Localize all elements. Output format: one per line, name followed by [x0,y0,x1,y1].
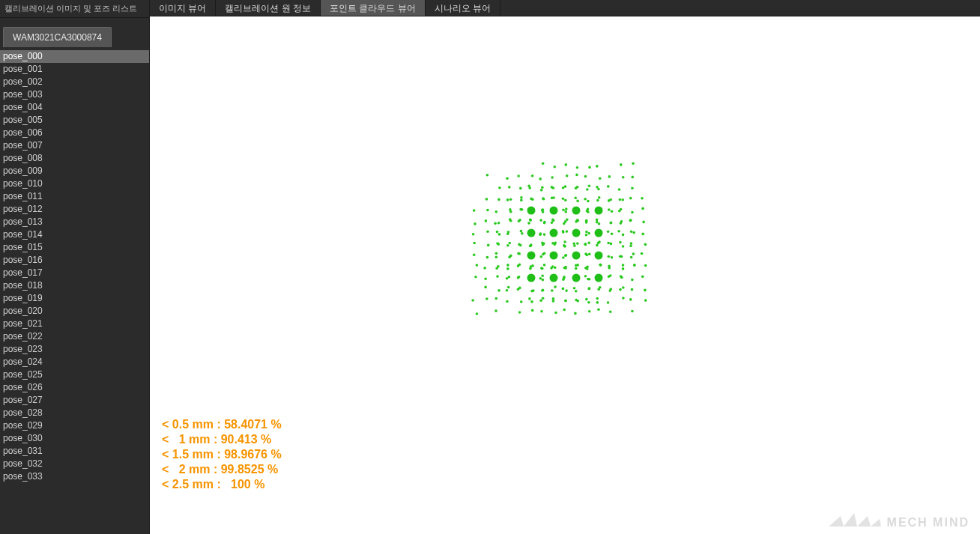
svg-point-296 [563,276,566,279]
svg-point-196 [584,243,587,246]
list-item[interactable]: pose_004 [0,101,149,114]
list-item[interactable]: pose_011 [0,190,149,203]
svg-point-82 [562,209,565,212]
svg-point-274 [622,264,625,267]
tab[interactable]: 포인트 클라우드 뷰어 [321,0,426,16]
camera-tab[interactable]: WAM3021CA3000874 [3,27,112,47]
list-item[interactable]: pose_020 [0,305,149,318]
svg-point-158 [585,234,588,237]
svg-point-19 [622,176,625,179]
svg-point-97 [631,211,634,214]
svg-point-17 [599,177,602,180]
tab[interactable]: 이미지 뷰어 [150,0,216,16]
svg-point-281 [496,275,499,278]
svg-point-295 [562,278,565,281]
list-item[interactable]: pose_007 [0,139,149,152]
svg-point-73 [521,208,524,211]
svg-point-189 [563,245,566,248]
svg-point-224 [562,256,565,259]
svg-point-126 [598,222,601,225]
accuracy-stats: < 0.5 mm : 58.4071 % < 1 mm : 90.413 % <… [162,417,282,492]
list-item[interactable]: pose_014 [0,228,149,241]
svg-point-54 [562,198,565,201]
svg-point-55 [574,197,577,200]
svg-point-89 [587,208,590,211]
list-item[interactable]: pose_019 [0,292,149,305]
list-item[interactable]: pose_001 [0,63,149,76]
svg-point-3 [576,166,579,169]
list-item[interactable]: pose_025 [0,368,149,381]
svg-point-136 [486,230,489,233]
svg-point-148 [543,233,546,236]
svg-point-102 [497,222,500,225]
svg-point-21 [498,186,501,189]
svg-point-35 [588,185,591,188]
list-item[interactable]: pose_016 [0,254,149,267]
svg-point-71 [509,208,512,211]
svg-point-244 [483,267,486,270]
list-item[interactable]: pose_000 [0,50,149,63]
list-item[interactable]: pose_005 [0,114,149,127]
svg-point-368 [588,310,591,313]
list-item[interactable]: pose_021 [0,318,149,330]
svg-point-384 [527,274,536,282]
list-item[interactable]: pose_008 [0,152,149,165]
svg-point-366 [563,309,566,312]
svg-point-41 [486,198,489,201]
svg-marker-389 [844,513,857,527]
pointcloud-canvas[interactable] [468,158,662,330]
svg-point-358 [629,298,632,301]
svg-point-362 [518,311,521,314]
svg-point-18 [608,175,611,178]
svg-point-6 [620,163,623,166]
svg-point-241 [632,252,635,255]
svg-point-356 [607,301,610,304]
tab[interactable]: 시나리오 뷰어 [426,0,500,16]
list-item[interactable]: pose_026 [0,381,149,394]
list-item[interactable]: pose_033 [0,470,149,483]
list-item[interactable]: pose_023 [0,343,149,356]
svg-point-250 [518,264,521,267]
list-item[interactable]: pose_030 [0,432,149,445]
svg-point-187 [554,241,557,244]
list-item[interactable]: pose_028 [0,407,149,419]
svg-point-204 [630,242,633,245]
svg-point-159 [585,231,588,234]
svg-point-171 [473,242,476,245]
svg-point-226 [564,254,567,257]
list-item[interactable]: pose_009 [0,165,149,178]
list-item[interactable]: pose_027 [0,394,149,407]
list-item[interactable]: pose_003 [0,88,149,101]
svg-point-169 [630,231,633,234]
svg-point-98 [641,207,644,210]
svg-point-22 [508,186,511,189]
list-item[interactable]: pose_032 [0,458,149,470]
svg-point-153 [566,230,569,233]
app-root: 캘리브레이션 이미지 및 포즈 리스트 WAM3021CA3000874 pos… [0,0,980,534]
list-item[interactable]: pose_006 [0,127,149,139]
list-item[interactable]: pose_022 [0,330,149,343]
list-item[interactable]: pose_018 [0,279,149,292]
list-item[interactable]: pose_031 [0,445,149,458]
list-item[interactable]: pose_013 [0,216,149,228]
svg-point-283 [506,277,509,280]
list-item[interactable]: pose_010 [0,178,149,190]
list-item[interactable]: pose_012 [0,203,149,216]
tab[interactable]: 캘리브레이션 원 정보 [216,0,321,16]
svg-point-117 [566,219,569,222]
svg-point-262 [563,267,566,270]
svg-point-376 [527,229,536,237]
svg-point-174 [497,243,500,246]
list-item[interactable]: pose_029 [0,419,149,432]
svg-point-147 [539,233,542,236]
pointcloud-viewer[interactable]: < 0.5 mm : 58.4071 % < 1 mm : 90.413 % <… [150,16,980,534]
svg-point-135 [472,233,475,236]
list-item[interactable]: pose_002 [0,76,149,88]
list-item[interactable]: pose_017 [0,267,149,279]
svg-point-311 [484,286,487,289]
list-item[interactable]: pose_015 [0,241,149,254]
svg-point-265 [575,264,578,267]
svg-point-107 [527,222,530,225]
svg-point-312 [497,289,500,292]
list-item[interactable]: pose_024 [0,356,149,368]
